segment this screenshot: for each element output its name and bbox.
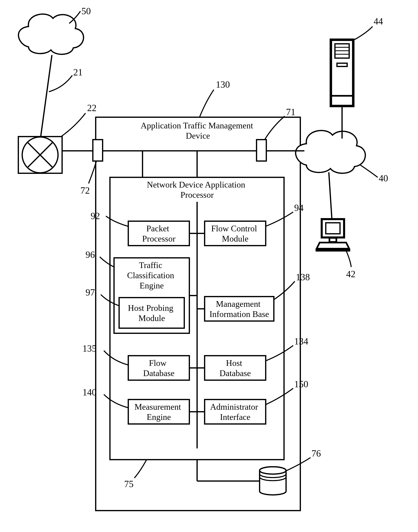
fcm-line1: Flow Control (211, 224, 257, 233)
cloud-50 (19, 14, 84, 54)
fcm-line2: Module (222, 234, 249, 243)
port-right (256, 140, 266, 161)
ref-130: 130 (216, 79, 230, 90)
pp-line2: Processor (142, 234, 175, 243)
ref-135: 135 (82, 343, 96, 354)
hpm-line2: Module (139, 314, 165, 323)
traffic-classification-engine-box: Traffic Classification Engine Host Probi… (114, 258, 189, 333)
ref-138: 138 (296, 272, 310, 282)
database-cylinder (260, 467, 286, 495)
svg-text:Application Traffic Management: Application Traffic Management Device (141, 121, 255, 140)
server-symbol (331, 40, 353, 106)
mib-line1: Management (216, 299, 261, 309)
ref-44: 44 (374, 16, 383, 26)
svg-rect-12 (322, 219, 344, 237)
tce-line2: Classification (127, 271, 174, 280)
ref-40: 40 (379, 173, 388, 183)
port-left (93, 140, 103, 161)
atmd-title-line2: Device (186, 131, 210, 140)
ai-line1: Administrator (210, 402, 258, 411)
packet-processor-box: Packet Processor (128, 221, 189, 246)
ref-140: 140 (82, 387, 96, 398)
me-line2: Engine (147, 412, 171, 422)
ref-94: 94 (294, 203, 303, 213)
fd-line2: Database (143, 369, 174, 378)
flow-database-box: Flow Database (128, 356, 189, 380)
administrator-interface-box: Administrator Interface (205, 399, 266, 424)
ndap-title-line1: Network Device Application (147, 180, 245, 189)
hd-line2: Database (220, 369, 251, 378)
host-probing-module-box (119, 298, 184, 328)
ref-150: 150 (294, 379, 308, 389)
ref-72: 72 (81, 185, 90, 196)
svg-rect-15 (316, 249, 350, 252)
ref-96: 96 (85, 250, 95, 260)
svg-point-43 (260, 467, 286, 474)
diagram-canvas: Application Traffic Management Device (0, 0, 418, 532)
mib-line2: Information Base (209, 309, 269, 319)
svg-rect-14 (329, 238, 336, 242)
cloud40-to-monitor (329, 172, 332, 219)
ai-line2: Interface (220, 412, 250, 422)
cloud-40 (296, 131, 365, 173)
pp-line1: Packet (146, 224, 169, 233)
ref-42: 42 (346, 269, 356, 279)
ref-97: 97 (85, 287, 95, 298)
monitor-symbol (316, 219, 350, 252)
svg-text:Network Device Application
   : Network Device Application Processor (147, 180, 247, 200)
ref-134: 134 (294, 336, 308, 347)
tce-line1: Traffic (139, 261, 162, 270)
atmd-title-line1: Application Traffic Management (141, 121, 253, 130)
host-database-box: Host Database (205, 356, 266, 380)
flow-control-module-box: Flow Control Module (205, 221, 266, 246)
router-symbol (18, 137, 62, 173)
tce-line3: Engine (140, 281, 164, 290)
management-information-base-box: Management Information Base (205, 297, 274, 321)
ref-50: 50 (81, 6, 91, 16)
ref-75: 75 (124, 479, 134, 489)
hpm-line1: Host Probing (128, 303, 173, 313)
ndap-title-line2: Processor (180, 190, 214, 200)
ref-92: 92 (91, 211, 100, 221)
fd-line1: Flow (149, 358, 167, 368)
me-line1: Measurement (134, 402, 181, 411)
ref-71: 71 (286, 107, 295, 117)
ref-22: 22 (87, 103, 96, 113)
measurement-engine-box: Measurement Engine (128, 399, 189, 424)
ref-76: 76 (312, 448, 321, 459)
hd-line1: Host (226, 358, 242, 368)
cloud50-to-router (41, 55, 52, 137)
ref-21: 21 (73, 67, 83, 77)
